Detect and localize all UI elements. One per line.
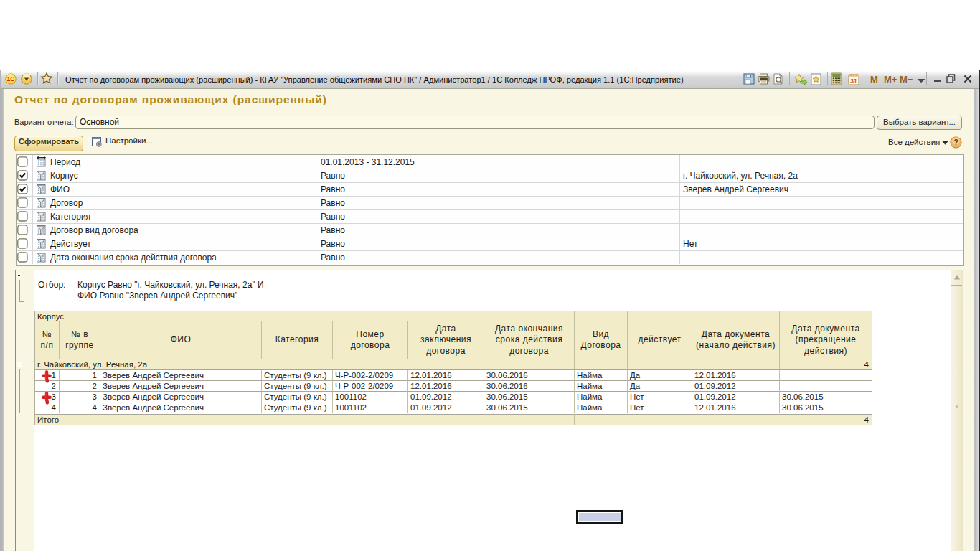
svg-text:31: 31 (850, 77, 857, 85)
svg-text:1С: 1С (7, 75, 15, 83)
svg-text:?: ? (953, 138, 958, 146)
